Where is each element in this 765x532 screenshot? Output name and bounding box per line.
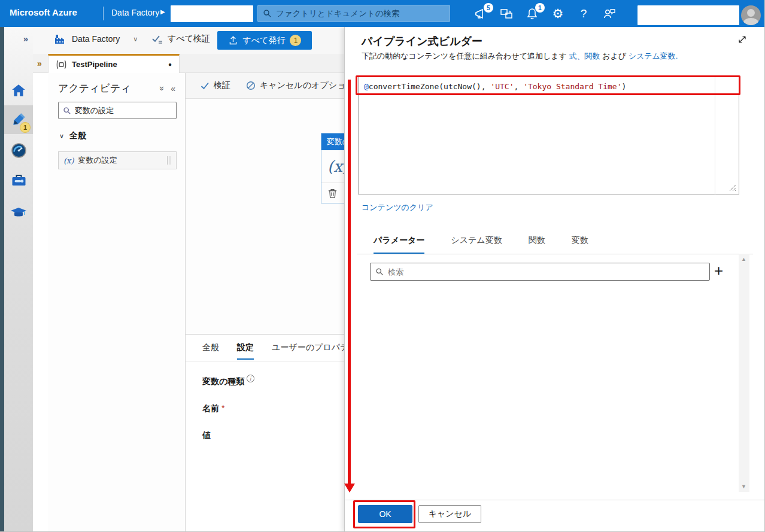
required-asterisk: * bbox=[221, 403, 224, 413]
announcements-badge: 5 bbox=[484, 3, 493, 13]
expression-token: , bbox=[514, 82, 523, 91]
topbar-product-label[interactable]: Data Factory bbox=[111, 8, 159, 17]
search-icon bbox=[375, 267, 384, 276]
tab-testpipeline[interactable]: TestPipeline ● bbox=[48, 54, 180, 73]
builder-title: パイプライン式ビルダー bbox=[362, 34, 482, 48]
builder-search-box[interactable] bbox=[370, 263, 710, 281]
activities-section-label: 全般 bbox=[69, 130, 86, 141]
feedback-button[interactable] bbox=[602, 7, 617, 21]
checklist-icon bbox=[151, 34, 163, 44]
add-parameter-button[interactable]: + bbox=[714, 262, 723, 279]
factory-selector[interactable]: Data Factory ∨ bbox=[54, 33, 138, 45]
factory-icon bbox=[54, 33, 67, 45]
sidebar-item-monitor[interactable] bbox=[4, 136, 33, 165]
search-icon bbox=[263, 9, 272, 18]
builder-description: 下記の動的なコンテンツを任意に組み合わせて追加します 式、関数 および システム… bbox=[362, 51, 751, 62]
builder-search-input[interactable] bbox=[388, 267, 705, 276]
global-search-placeholder: ファクトリとドキュメントの検索 bbox=[276, 8, 400, 19]
collapse-all-icon[interactable]: » bbox=[157, 86, 167, 91]
clear-contents-link[interactable]: コンテンツのクリア bbox=[362, 202, 433, 213]
cancel-options-label: キャンセルのオプション bbox=[260, 80, 354, 91]
builder-tab-system-variables[interactable]: システム変数 bbox=[451, 235, 502, 254]
expression-token: 'UTC' bbox=[490, 82, 514, 91]
upload-icon bbox=[228, 35, 238, 45]
builder-tab-variables[interactable]: 変数 bbox=[572, 235, 588, 254]
avatar[interactable] bbox=[741, 5, 761, 25]
trash-icon[interactable] bbox=[327, 188, 338, 199]
directory-switch-button[interactable] bbox=[499, 7, 514, 21]
chevron-down-icon: ∨ bbox=[133, 35, 138, 43]
person-feedback-icon bbox=[603, 8, 616, 20]
activities-section-general[interactable]: ∨ 全般 bbox=[59, 130, 86, 141]
azure-brand[interactable]: Microsoft Azure bbox=[10, 7, 77, 17]
expression-editor-scroll-gutter bbox=[715, 76, 715, 194]
props-tab-settings[interactable]: 設定 bbox=[237, 342, 254, 360]
azure-top-bar: Microsoft Azure Data Factory ▶ ファクトリとドキュ… bbox=[0, 0, 765, 27]
parameter-list-scrollbar[interactable]: ▲ ▼ bbox=[739, 254, 749, 492]
pipeline-expression-builder-panel: パイプライン式ビルダー 下記の動的なコンテンツを任意に組み合わせて追加します 式… bbox=[344, 27, 765, 532]
validate-button[interactable]: 検証 bbox=[201, 80, 230, 91]
breadcrumb-arrow-icon: ▶ bbox=[160, 8, 165, 15]
gear-icon: ⚙ bbox=[552, 7, 564, 21]
validate-all-button[interactable]: すべて検証 bbox=[151, 34, 210, 44]
props-tab-general[interactable]: 全般 bbox=[202, 342, 219, 360]
activities-search-box[interactable] bbox=[58, 102, 177, 119]
validate-all-label: すべて検証 bbox=[168, 34, 210, 44]
left-nav-rail: » 1 bbox=[4, 27, 33, 532]
rail-expand-button[interactable]: » bbox=[4, 31, 33, 45]
scroll-up-icon[interactable]: ▲ bbox=[741, 256, 746, 262]
notifications-badge: 1 bbox=[535, 3, 545, 13]
double-chevron-right-icon: » bbox=[23, 34, 28, 44]
help-button[interactable]: ? bbox=[576, 7, 591, 21]
cancel-options-button[interactable]: キャンセルのオプション bbox=[246, 80, 354, 91]
expression-token: 'Tokyo Standard Time' bbox=[523, 82, 621, 91]
author-changes-badge: 1 bbox=[20, 122, 31, 133]
publish-count-badge: 1 bbox=[290, 35, 301, 46]
link-functions[interactable]: 関数 bbox=[585, 51, 600, 60]
settings-button[interactable]: ⚙ bbox=[550, 7, 566, 21]
link-system-variables[interactable]: システム変数. bbox=[629, 51, 678, 60]
field-label-variable-type: 変数の種類 i bbox=[202, 376, 254, 387]
left-edge-strip bbox=[0, 27, 4, 532]
info-icon[interactable]: i bbox=[247, 375, 254, 382]
expression-token: ) bbox=[622, 82, 627, 91]
link-expression[interactable]: 式、 bbox=[569, 51, 585, 60]
notifications-button[interactable]: 1 bbox=[524, 7, 540, 21]
activity-item-label: 変数の設定 bbox=[78, 155, 163, 166]
activities-search-input[interactable] bbox=[75, 106, 165, 115]
builder-tab-functions[interactable]: 関数 bbox=[529, 235, 545, 254]
search-icon bbox=[63, 107, 71, 115]
prohibited-icon bbox=[246, 81, 256, 90]
cancel-button[interactable]: キャンセル bbox=[418, 505, 481, 523]
sidebar-item-manage[interactable] bbox=[4, 166, 33, 194]
collapse-panel-icon[interactable]: « bbox=[171, 84, 175, 93]
toolbox-icon bbox=[11, 173, 27, 187]
validate-label: 検証 bbox=[214, 80, 230, 91]
publish-all-button[interactable]: すべて発行 1 bbox=[217, 31, 312, 50]
resize-grip-icon[interactable] bbox=[728, 184, 736, 191]
chevron-down-icon: ∨ bbox=[59, 132, 64, 140]
check-icon bbox=[201, 82, 210, 90]
scroll-down-icon[interactable]: ▼ bbox=[741, 484, 746, 490]
announcements-button[interactable]: 5 bbox=[473, 7, 488, 21]
global-search-box[interactable]: ファクトリとドキュメントの検索 bbox=[257, 5, 450, 22]
expression-token: convertTimeZone(utcNow(), bbox=[369, 82, 491, 91]
resize-diagonal-icon bbox=[737, 34, 748, 45]
topbar-divider bbox=[103, 7, 104, 20]
expand-panel-button[interactable] bbox=[737, 34, 749, 46]
account-info-redacted bbox=[638, 5, 739, 25]
resource-explorer-expand-button[interactable]: » bbox=[37, 59, 42, 68]
sidebar-item-learning[interactable] bbox=[4, 199, 33, 227]
activities-title: アクティビティ bbox=[58, 81, 154, 95]
builder-tab-parameters[interactable]: パラメーター bbox=[374, 235, 424, 254]
sidebar-item-author[interactable]: 1 bbox=[4, 105, 33, 134]
ok-button[interactable]: OK bbox=[358, 505, 412, 523]
question-mark-icon: ? bbox=[581, 7, 587, 20]
field-label-name: 名前 * bbox=[202, 403, 224, 414]
activity-item-set-variable[interactable]: (x) 変数の設定 bbox=[58, 151, 177, 169]
expression-editor[interactable]: @convertTimeZone(utcNow(), 'UTC', 'Tokyo… bbox=[358, 76, 739, 194]
sidebar-item-home[interactable] bbox=[4, 76, 33, 105]
unsaved-dot-icon: ● bbox=[168, 61, 172, 68]
drag-handle[interactable] bbox=[167, 156, 171, 165]
pipeline-icon bbox=[56, 59, 67, 70]
